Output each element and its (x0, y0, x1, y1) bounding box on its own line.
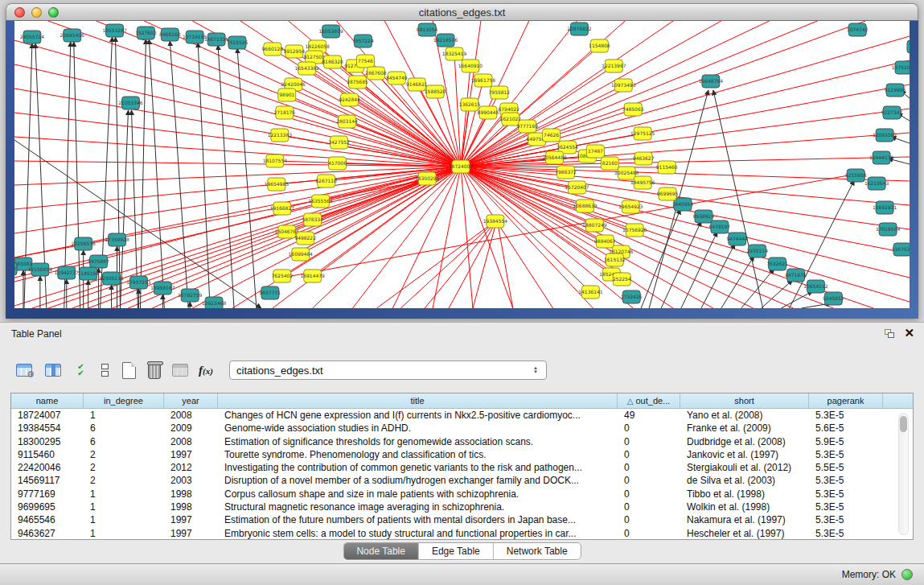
network-node[interactable]: 82160 (601, 157, 618, 170)
network-node[interactable]: 8813054 (417, 23, 438, 36)
network-node[interactable]: 3427552 (328, 136, 350, 149)
network-node[interactable]: 2867608 (365, 67, 387, 80)
network-node[interactable]: 19218506 (433, 34, 458, 47)
network-node[interactable]: 7986372 (555, 166, 577, 179)
network-node[interactable]: 14671355 (204, 33, 229, 46)
network-node[interactable]: 20691406 (60, 29, 85, 42)
network-node[interactable]: 1145194 (77, 267, 99, 280)
table-row[interactable]: 1872400712008Changes of HCN gene express… (11, 409, 913, 422)
network-node[interactable]: 16782759 (178, 289, 203, 302)
network-node[interactable]: 1527602 (135, 27, 157, 39)
select-all-button[interactable]: ✔✔ (69, 358, 92, 382)
network-node[interactable]: 10688639 (573, 200, 598, 212)
network-node[interactable]: 33159 (14, 262, 17, 275)
network-node[interactable]: 12213967 (602, 60, 626, 72)
table-row[interactable]: 946362711997Embryonic stem cells: a mode… (11, 527, 913, 540)
network-node[interactable]: 7515526 (227, 36, 248, 49)
float-panel-icon[interactable] (885, 329, 895, 338)
network-node[interactable]: 1074742 (847, 23, 869, 36)
tab-edge-table[interactable]: Edge Table (419, 543, 494, 559)
network-node[interactable]: 5912954 (283, 45, 305, 58)
network-node[interactable]: 7857224 (352, 35, 374, 47)
network-node[interactable]: 12923468 (202, 297, 227, 308)
network-node[interactable]: 20564486 (542, 151, 567, 164)
network-node[interactable]: 18724007 (449, 160, 474, 173)
network-node[interactable]: 18807249 (582, 219, 607, 232)
delete-button[interactable] (143, 358, 166, 382)
network-node[interactable]: 1167533 (892, 243, 910, 256)
network-node[interactable]: 12156819 (28, 263, 53, 276)
table-select[interactable]: citations_edges.txt ▲▼ (229, 360, 547, 380)
network-node[interactable]: 8990448 (478, 106, 499, 119)
table-scrollbar[interactable] (898, 413, 909, 535)
new-document-button[interactable] (117, 358, 140, 382)
network-node[interactable]: 98901 (278, 89, 296, 101)
network-node[interactable]: 14136141 (578, 286, 603, 299)
column-header-pagerank[interactable]: pagerank (809, 393, 883, 408)
network-node[interactable]: 12213383 (268, 129, 293, 142)
network-node[interactable]: 16914479 (300, 270, 325, 282)
network-node[interactable]: 16543382 (295, 62, 320, 75)
network-node[interactable]: 77546 (356, 55, 374, 68)
column-header-title[interactable]: title (218, 393, 618, 408)
network-node[interactable]: 10654112 (803, 280, 828, 293)
network-node[interactable]: 17957253 (126, 276, 151, 289)
network-node[interactable]: 9975887 (88, 255, 109, 268)
network-node[interactable]: 12444139 (869, 151, 894, 164)
network-node[interactable]: 8466160 (159, 28, 181, 41)
network-node[interactable]: 1733426 (621, 290, 643, 303)
network-node[interactable]: 9245652 (823, 292, 844, 305)
network-node[interactable]: 2803144 (336, 115, 358, 128)
network-node[interactable]: 16210643 (864, 177, 889, 190)
close-panel-icon[interactable]: ✕ (904, 326, 914, 340)
network-node[interactable]: 18107554 (263, 154, 288, 167)
network-node[interactable]: 10553287 (102, 24, 127, 37)
network-node[interactable]: 9699695 (657, 187, 679, 200)
network-node[interactable]: 9660128 (262, 43, 284, 56)
network-node[interactable]: 7485063 (622, 103, 644, 116)
network-node[interactable]: 15751074 (892, 61, 910, 74)
network-node[interactable]: 1112 (907, 40, 910, 53)
network-node[interactable]: 1154808 (589, 39, 610, 52)
network-node[interactable]: 20876822 (567, 23, 592, 35)
network-node[interactable]: 17359928 (105, 233, 129, 246)
network-node[interactable]: 9474444 (726, 233, 748, 245)
column-header-out-de-[interactable]: △ out_de... (618, 393, 680, 408)
network-node[interactable]: 15720407 (565, 181, 589, 194)
network-node[interactable]: 12093582 (873, 129, 897, 142)
column-header-in-degree[interactable]: in_degree (84, 393, 164, 408)
network-node[interactable]: 19166827 (270, 202, 295, 215)
column-header-short[interactable]: short (680, 393, 809, 408)
table-row[interactable]: 1830029562008Estimation of significance … (11, 435, 913, 448)
network-node[interactable]: 9115460 (656, 161, 678, 174)
network-view[interactable]: 2405572420691406105532871527602846616010… (14, 21, 910, 308)
network-node[interactable]: 16099484 (289, 248, 314, 261)
table-row[interactable]: 946554611997Estimation of the future num… (11, 513, 913, 526)
network-node[interactable]: 18495756 (630, 176, 655, 189)
table-row[interactable]: 2242004622012Investigating the contribut… (11, 461, 913, 474)
network-node[interactable]: 2718176 (274, 106, 296, 119)
network-node[interactable]: 16355564 (308, 195, 333, 208)
network-node[interactable]: 7632621 (766, 257, 788, 270)
network-node[interactable]: 417006 (328, 157, 347, 170)
network-node[interactable]: 12975125 (630, 127, 655, 140)
network-node[interactable]: 9498222 (294, 232, 316, 245)
window-titlebar[interactable]: citations_edges.txt (6, 3, 918, 21)
network-node[interactable]: 9129986 (885, 84, 906, 97)
network-node[interactable]: 9857771 (260, 286, 281, 299)
network-node[interactable]: 16640910 (458, 60, 483, 72)
table-settings-button[interactable]: ⚙ (13, 358, 35, 382)
network-node[interactable]: 1588520 (425, 85, 446, 98)
network-node[interactable]: 6479197 (709, 220, 731, 233)
network-node[interactable]: 20206576 (72, 237, 97, 250)
network-node[interactable]: 12505135 (99, 272, 124, 285)
network-node[interactable]: 8471676 (785, 269, 807, 282)
network-node[interactable]: 12942737 (55, 266, 80, 279)
network-node[interactable]: 1615132 (604, 253, 626, 266)
network-node[interactable]: 16961758 (471, 74, 496, 87)
table-row[interactable]: 977716911998Corpus callosum shape and si… (11, 488, 913, 501)
network-node[interactable]: 8454749 (386, 72, 408, 84)
network-node[interactable]: 18300295 (415, 172, 440, 185)
network-node[interactable]: 9463627 (633, 152, 655, 165)
scrollbar-thumb[interactable] (900, 416, 907, 432)
